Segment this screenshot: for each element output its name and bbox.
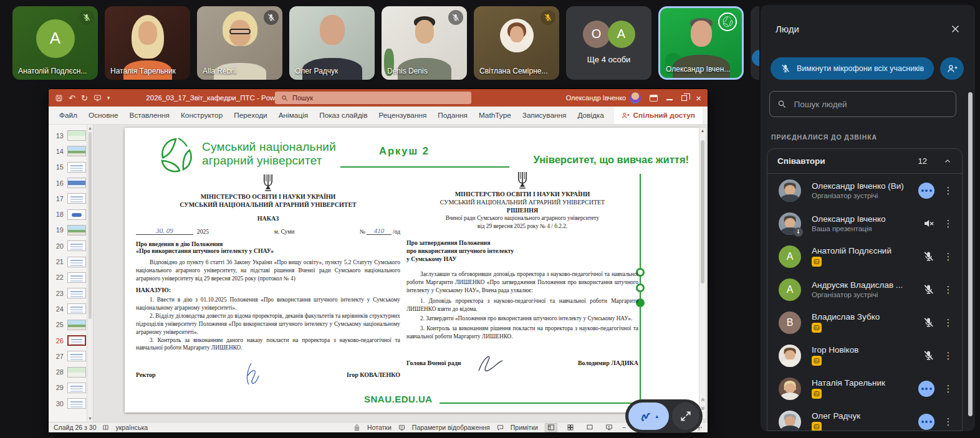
scrollbar-thumb[interactable] [89, 132, 92, 319]
tab-view[interactable]: Подання [432, 111, 473, 120]
display-options-icon[interactable] [398, 424, 405, 431]
scroll-down-icon[interactable]: ▼ [87, 416, 93, 421]
thumbnail-30[interactable]: 30 [49, 396, 87, 411]
thumbnail-29[interactable]: 29 [49, 380, 87, 396]
more-options-button[interactable]: ⋮ [942, 285, 954, 294]
thumbnail-18[interactable]: 18 [49, 206, 87, 222]
previous-slide-icon[interactable] [700, 397, 706, 402]
video-tile-partial[interactable] [751, 6, 759, 80]
tab-insert[interactable]: Вставлення [124, 111, 175, 120]
video-tile-denis[interactable]: Denis Denis [382, 6, 467, 80]
slideshow-view-button[interactable] [603, 423, 615, 432]
close-panel-button[interactable] [946, 20, 964, 37]
tab-file[interactable]: Файл [54, 111, 83, 120]
add-people-button[interactable] [940, 57, 964, 80]
audio-off-icon[interactable] [923, 217, 934, 229]
mic-off-icon[interactable] [923, 350, 934, 361]
contributors-header[interactable]: Співавтори 12 [767, 149, 962, 174]
video-tile-svitlana[interactable]: Світлана Семірне... [474, 6, 559, 80]
redo-icon[interactable]: ↻ [81, 94, 88, 102]
scroll-up-icon[interactable]: ▲ [699, 128, 706, 133]
thumbnail-26-current[interactable]: 26 [49, 333, 87, 348]
ribbon-display-options-icon[interactable] [650, 95, 658, 102]
participant-row[interactable]: Олександр Івченко Ваша презентація ⋮ [767, 207, 962, 240]
thumbnail-21[interactable]: 21 [49, 254, 87, 269]
participant-row[interactable]: В Владислав Зубко ⋮ [767, 306, 962, 339]
comments-icon[interactable] [497, 424, 504, 431]
more-participants-tile[interactable]: О А Ще 4 особи [566, 6, 651, 80]
panel-scrollbar[interactable] [968, 92, 973, 416]
tab-animations[interactable]: Анімація [273, 111, 314, 120]
normal-view-button[interactable] [545, 423, 557, 432]
participant-row[interactable]: А Анатолій Подлєсний ⋮ [767, 240, 962, 273]
thumbnail-scrollbar[interactable]: ▲ ▼ [87, 125, 93, 422]
participant-row[interactable]: Наталія Тарельник ⋮ [767, 372, 962, 405]
video-tile-oleh[interactable]: Олег Радчук [289, 6, 375, 80]
video-tile-oleksandr-active[interactable]: Олександр Івчен... [658, 6, 744, 80]
comments-toggle[interactable]: Примітки [511, 424, 538, 431]
slide-scrollbar[interactable]: ▲ [699, 127, 706, 419]
notes-icon[interactable] [353, 424, 360, 431]
tab-design[interactable]: Конструктор [175, 111, 228, 120]
thumbnail-19[interactable]: 19 [49, 222, 87, 238]
thumbnail-14[interactable]: 14 [49, 143, 87, 159]
scrollbar-thumb[interactable] [701, 140, 704, 283]
mic-off-icon[interactable] [923, 283, 934, 295]
participant-row[interactable]: Олександр Івченко (Ви) Організатор зустр… [767, 174, 962, 207]
thumbnail-28[interactable]: 28 [49, 364, 87, 379]
more-options-button[interactable]: ⋮ [942, 219, 954, 228]
collapse-group-button[interactable] [943, 157, 952, 166]
spellcheck-book-icon[interactable] [102, 424, 109, 431]
more-options-button[interactable]: ⋮ [942, 351, 954, 360]
more-options-button[interactable]: ⋮ [942, 318, 954, 327]
video-tile-nataliia[interactable]: Наталія Тарельник [105, 6, 190, 80]
mic-off-icon[interactable] [923, 250, 934, 262]
annotate-caret-icon[interactable]: ▴ [655, 413, 658, 419]
account-info[interactable]: Олександр Івченко [566, 92, 641, 103]
thumbnail-16[interactable]: 16 [49, 175, 87, 191]
thumbnail-15[interactable]: 15 [49, 159, 87, 175]
scroll-up-icon[interactable]: ▲ [87, 126, 93, 130]
search-people-input[interactable] [793, 99, 948, 110]
notes-toggle[interactable]: Нотатки [367, 424, 392, 431]
thumbnail-17[interactable]: 17 [49, 191, 87, 206]
more-options-button[interactable]: ⋮ [942, 186, 954, 195]
customize-toolbar-caret-icon[interactable]: ▾ [107, 95, 110, 101]
thumbnail-13[interactable]: 13 [49, 128, 87, 143]
video-tile-anatolii[interactable]: А Анатолій Подлєсн... [12, 6, 98, 80]
ppt-search-box[interactable]: Пошук [275, 92, 471, 104]
search-people-box[interactable] [769, 91, 956, 117]
save-icon[interactable] [55, 94, 63, 102]
tab-slideshow[interactable]: Показ слайдів [314, 111, 373, 120]
zoom-out-button[interactable]: − [622, 424, 626, 431]
close-button[interactable]: × [696, 93, 701, 103]
mute-all-button[interactable]: Вимкнути мікрофони всіх учасників [771, 57, 934, 80]
fullscreen-button[interactable] [672, 402, 699, 430]
language-indicator[interactable]: українська [115, 424, 148, 431]
reading-view-button[interactable] [584, 423, 596, 432]
participant-row[interactable]: А Андрусяк Владислав ... Організатор зус… [767, 273, 962, 306]
start-slideshow-icon[interactable] [94, 94, 102, 102]
thumbnail-22[interactable]: 22 [49, 270, 87, 285]
minimize-button[interactable] [666, 99, 673, 100]
slide-sorter-view-button[interactable] [564, 423, 577, 432]
tab-home[interactable]: Основне [83, 111, 124, 120]
tab-mathtype[interactable]: MathType [473, 111, 517, 120]
participant-row[interactable]: Ігор Новіков ⋮ [767, 339, 962, 372]
restore-button[interactable] [681, 95, 687, 101]
annotate-button[interactable]: ▴ [628, 402, 669, 430]
share-button[interactable]: Спільний доступ [614, 107, 703, 124]
more-options-button[interactable]: ⋮ [942, 417, 954, 426]
thumbnail-24[interactable]: 24 [49, 301, 87, 317]
more-options-button[interactable]: ⋮ [942, 252, 954, 261]
thumbnail-23[interactable]: 23 [49, 285, 87, 301]
participant-row[interactable]: Олег Радчук ⋮ [767, 405, 962, 431]
tab-record[interactable]: Записування [517, 111, 572, 120]
tab-review[interactable]: Рецензування [373, 111, 432, 120]
tab-transitions[interactable]: Переходи [228, 111, 272, 120]
display-options-toggle[interactable]: Параметри відображення [412, 424, 490, 431]
more-options-button[interactable]: ⋮ [942, 384, 954, 393]
video-tile-alla[interactable]: Alla Rebrii [197, 6, 282, 80]
tab-help[interactable]: Довідка [572, 111, 609, 120]
thumbnail-25[interactable]: 25 [49, 317, 87, 333]
